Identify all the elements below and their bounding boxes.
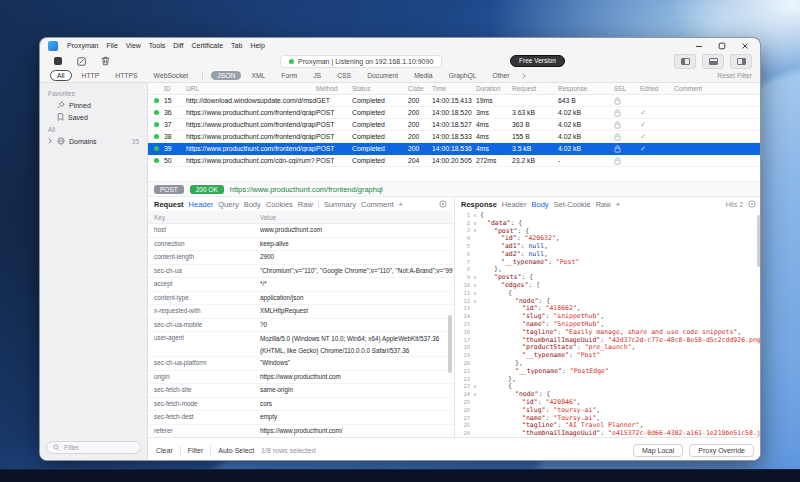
flow-row-selected[interactable]: 39https://www.producthunt.com/frontend/g… [148,143,761,155]
header-row[interactable]: sec-fetch-sitesame-origin [148,384,453,398]
flow-row[interactable]: 15http://download.windowsupdate.com/d/ms… [148,95,761,107]
header-row[interactable]: refererhttps://www.producthunt.com/ [148,425,453,438]
flow-row[interactable]: 37https://www.producthunt.com/frontend/g… [148,119,761,131]
kv-col-value[interactable]: Value [260,214,453,221]
header-row[interactable]: accept*/* [148,278,453,292]
header-row[interactable]: user-agentMozilla/5.0 (Windows NT 10.0; … [148,332,453,357]
col-header-comment[interactable]: Comment [674,85,761,92]
fold-chevron-icon[interactable]: ∨ [470,212,480,218]
fold-chevron-icon[interactable]: ∨ [470,274,480,280]
col-header-url[interactable]: URL [186,85,316,92]
menu-tools[interactable]: Tools [149,42,165,49]
header-row[interactable]: originhttps://www.producthunt.com [148,371,453,385]
reset-filter-button[interactable]: Reset Filter [717,72,752,79]
col-header-method[interactable]: Method [316,85,352,92]
flow-row[interactable]: 36https://www.producthunt.com/frontend/g… [148,107,761,119]
layout-right-panel-button[interactable] [730,54,752,69]
header-row[interactable]: content-typeapplication/json [148,292,453,306]
filter-chip-xml[interactable]: XML [245,71,271,80]
clear-button[interactable]: Clear [156,447,173,454]
kv-col-key[interactable]: Key [148,214,260,221]
filter-chip-media[interactable]: Media [408,71,439,80]
tab-response-blank[interactable]: + [616,200,620,209]
col-header-edited[interactable]: Edited [640,85,674,92]
fold-chevron-icon[interactable]: ∨ [470,282,480,288]
header-row[interactable]: sec-ch-ua-mobile?0 [148,319,453,333]
panel-divider[interactable] [454,197,455,437]
request-scrollbar[interactable] [448,315,452,373]
filter-chip-css[interactable]: CSS [331,71,357,80]
header-row[interactable]: sec-ch-ua-platform"Windows" [148,357,453,371]
tab-request-raw[interactable]: Raw [298,200,313,209]
clear-session-icon[interactable] [74,55,89,67]
menu-view[interactable]: View [126,42,141,49]
filter-chip-http[interactable]: HTTP [76,71,106,80]
col-header-time[interactable]: Time [432,85,476,92]
col-header-response[interactable]: Response [558,85,614,92]
fold-chevron-icon[interactable]: ∨ [470,227,480,233]
filter-chip-document[interactable]: Document [361,71,404,80]
stop-recording-icon[interactable] [50,55,65,67]
menu-file[interactable]: File [107,42,118,49]
flow-row[interactable]: 38https://www.producthunt.com/frontend/g… [148,131,761,143]
sidebar-filter-input[interactable]: Filter [46,441,141,454]
maximize-button[interactable] [717,41,727,51]
filter-chip-other[interactable]: Other [487,71,516,80]
filter-chip-all[interactable]: All [50,70,72,81]
header-row[interactable]: content-length2900 [148,251,453,265]
fold-chevron-icon[interactable]: ∨ [470,383,480,389]
filter-chip-form[interactable]: Form [275,71,303,80]
header-row[interactable]: sec-fetch-destempty [148,411,453,425]
minimize-button[interactable] [694,41,704,51]
filter-chip-https[interactable]: HTTPS [109,71,143,80]
tab-request-blank[interactable]: + [398,200,402,209]
flow-row[interactable]: 50https://www.producthunt.com/cdn-cgi/ru… [148,155,761,167]
tab-response-raw[interactable]: Raw [596,200,611,209]
menu-tab[interactable]: Tab [231,42,242,49]
filter-button[interactable]: Filter [188,447,204,454]
filter-chip-graphql[interactable]: GraphQL [443,71,483,80]
trash-icon[interactable] [98,55,113,67]
header-row[interactable]: sec-fetch-modecors [148,398,453,412]
col-header-status[interactable]: Status [352,85,408,92]
close-button[interactable] [740,41,750,51]
chevron-right-icon[interactable] [47,138,53,144]
taskbar[interactable] [0,469,800,482]
menu-help[interactable]: Help [250,42,264,49]
tab-request-cookies[interactable]: Cookies [266,200,293,209]
fold-chevron-icon[interactable]: ∨ [470,391,480,397]
fold-chevron-icon[interactable]: ∨ [470,290,480,296]
menu-certificate[interactable]: Certificate [192,42,224,49]
map-local-button[interactable]: Map Local [633,444,683,457]
header-row[interactable]: connectionkeep-alive [148,238,453,252]
fold-chevron-icon[interactable]: ∨ [470,298,480,304]
fold-chevron-icon[interactable]: ∨ [470,220,480,226]
filter-chip-json[interactable]: JSON [211,71,241,80]
col-header-ssl[interactable]: SSL [614,85,640,92]
tab-request-summary[interactable]: Summary [324,200,356,209]
sidebar-item-saved[interactable]: Saved [40,111,147,123]
col-header-duration[interactable]: Duration [476,85,512,92]
tab-request-query[interactable]: Query [218,200,238,209]
response-options-icon[interactable] [748,200,756,208]
sidebar-item-pinned[interactable]: Pinned [40,99,147,111]
col-header-id[interactable]: ID [164,85,186,92]
auto-select-button[interactable]: Auto Select [218,447,254,454]
sidebar-item-domains[interactable]: Domains35 [40,135,147,147]
tab-request-comment[interactable]: Comment [361,200,394,209]
col-header-code[interactable]: Code [408,85,432,92]
tab-request-body[interactable]: Body [244,200,261,209]
filter-chip-js[interactable]: JS [307,71,327,80]
header-row[interactable]: sec-ch-ua"Chromium";v="110", "Google Chr… [148,265,453,279]
tab-request-header[interactable]: Header [189,200,214,209]
free-version-badge[interactable]: Free Version [510,55,565,67]
layout-left-panel-button[interactable] [674,54,696,69]
col-header-request[interactable]: Request [512,85,558,92]
menu-proxyman[interactable]: Proxyman [67,42,99,49]
header-row[interactable]: x-requested-withXMLHttpRequest [148,305,453,319]
header-row[interactable]: hostwww.producthunt.com [148,224,453,238]
chips-scroll-chevron-icon[interactable] [521,73,527,79]
response-scrollbar[interactable] [757,215,761,267]
tab-response-header[interactable]: Header [502,200,527,209]
request-options-icon[interactable] [439,200,447,208]
